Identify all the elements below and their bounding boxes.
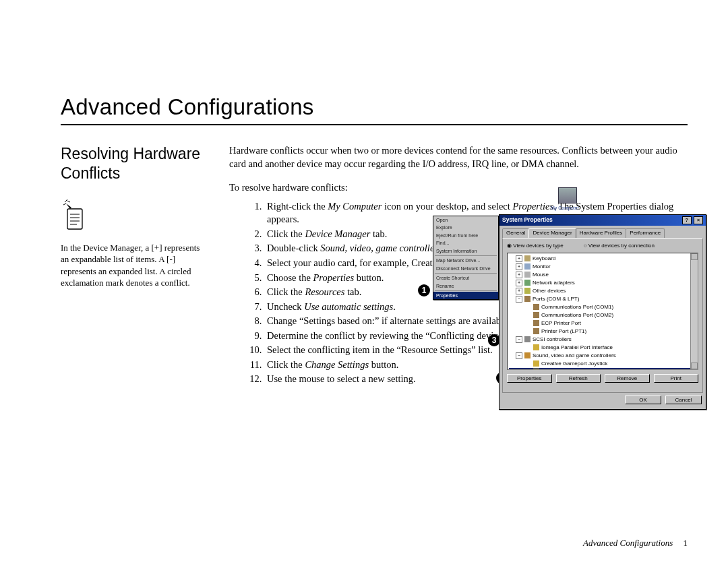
help-button-icon[interactable]: ? [682,216,692,224]
side-note: In the Device Manager, a [+] represents … [61,242,209,289]
ctx-rename[interactable]: Rename [433,282,498,290]
tab-performance[interactable]: Performance [626,228,665,238]
note-icon [63,199,88,233]
context-menu: Open Explore Eject/Run from here Find...… [433,216,499,300]
radio-view-by-connection[interactable]: View devices by connection [584,243,655,250]
svg-line-6 [63,203,66,205]
properties-button[interactable]: Properties [507,374,552,383]
device-tree[interactable]: +Keyboard +Monitor +Mouse +Network adapt… [507,253,698,370]
svg-rect-0 [67,209,82,229]
window-title: System Properties [502,216,553,224]
tabs: General Device Manager Hardware Profiles… [499,226,706,238]
tree-scrollbar[interactable] [690,253,698,369]
ctx-map-drive[interactable]: Map Network Drive... [433,257,498,264]
page-footer: Advanced Configurations 1 [583,538,688,548]
ctx-explore[interactable]: Explore [433,224,498,231]
print-button[interactable]: Print [654,374,699,383]
ctx-properties[interactable]: Properties [433,292,498,299]
tab-general[interactable]: General [502,228,529,238]
ctx-open[interactable]: Open [433,216,498,224]
ctx-sysinfo[interactable]: System Information [433,247,498,255]
tab-device-manager[interactable]: Device Manager [528,228,576,238]
ctx-eject[interactable]: Eject/Run from here [433,232,498,239]
callout-1: 1 [418,284,430,296]
my-computer-label: My Computer [551,205,579,211]
chapter-title: Advanced Configurations [61,94,688,120]
tab-hardware-profiles[interactable]: Hardware Profiles [576,228,627,238]
remove-button[interactable]: Remove [605,374,650,383]
system-properties-window: System Properties ? × General Device Man… [499,214,706,410]
ctx-disconnect[interactable]: Disconnect Network Drive [433,265,498,272]
cancel-button[interactable]: Cancel [665,396,702,404]
svg-line-5 [65,199,67,202]
footer-page-number: 1 [684,538,688,548]
intro-paragraph: Hardware conflicts occur when two or mor… [229,144,688,170]
ok-button[interactable]: OK [625,396,661,404]
ctx-shortcut[interactable]: Create Shortcut [433,274,498,282]
footer-text: Advanced Configurations [583,538,673,548]
figure-screenshot: 1 2 3 4 5 My Computer Open Explore Eject… [425,191,715,414]
radio-view-by-type[interactable]: View devices by type [507,243,564,250]
tree-item-selected[interactable]: Creative Labs Sound Blaster PCI128 [509,368,696,370]
window-title-bar: System Properties ? × [499,215,706,226]
svg-line-7 [67,201,70,202]
title-rule [61,124,688,125]
close-button-icon[interactable]: × [694,216,703,224]
my-computer-icon: My Computer [556,187,579,211]
ctx-find[interactable]: Find... [433,239,498,247]
section-heading: Resolving Hardware Conflicts [61,144,209,183]
refresh-button[interactable]: Refresh [556,374,601,383]
